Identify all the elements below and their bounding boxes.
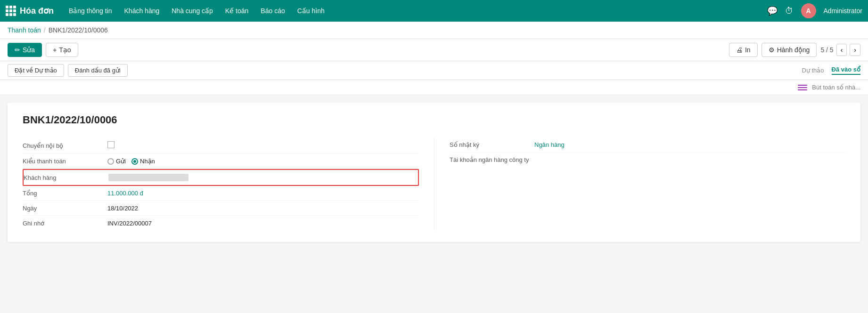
radio-receive-label: Nhận [140, 158, 155, 165]
pagination: 5 / 5 ‹ › [820, 44, 860, 56]
radio-receive-circle[interactable] [131, 158, 138, 165]
radio-receive[interactable]: Nhận [131, 158, 155, 165]
radio-send-circle[interactable] [107, 158, 114, 165]
help-icon-button[interactable]: ⏱ [785, 6, 794, 16]
internal-transfer-value [107, 141, 419, 150]
internal-transfer-row: Chuyển nội bộ [23, 137, 419, 154]
total-row: Tổng 11.000.000 đ [23, 186, 419, 201]
form-card: BNK1/2022/10/0006 Chuyển nội bộ Kiểu tha… [8, 103, 860, 242]
form-title: BNK1/2022/10/0006 [23, 114, 845, 126]
bank-account-row: Tài khoản ngân hàng công ty [450, 152, 845, 167]
menu-item-ke-toan[interactable]: Kế toán [220, 4, 254, 17]
prev-button[interactable]: ‹ [836, 44, 847, 56]
hamburger-icon[interactable] [798, 85, 807, 90]
print-label: In [745, 46, 751, 54]
journal-value[interactable]: Ngân hàng [534, 141, 845, 148]
form-right: Số nhật ký Ngân hàng Tài khoản ngân hàng… [434, 137, 845, 231]
content-area: Bút toán số nhà... BNK1/2022/10/0006 Chu… [0, 80, 868, 268]
avatar[interactable]: A [801, 3, 816, 18]
bank-account-label: Tài khoản ngân hàng công ty [450, 156, 534, 163]
action-label: Hành động [777, 46, 810, 54]
payment-type-value: Gửi Nhận [107, 158, 419, 165]
gear-icon: ⚙ [769, 46, 775, 54]
set-draft-button[interactable]: Đặt về Dự thảo [8, 64, 64, 77]
app-logo[interactable]: Hóa đơn [6, 6, 54, 16]
menu-item-bang-thong-tin[interactable]: Bảng thông tin [63, 4, 118, 17]
journal-bar: Bút toán số nhà... [0, 80, 868, 95]
radio-send[interactable]: Gửi [107, 158, 126, 165]
breadcrumb-current: BNK1/2022/10/0006 [49, 26, 108, 34]
customer-blurred [108, 174, 188, 181]
journal-label: Số nhật ký [450, 141, 534, 148]
next-button[interactable]: › [850, 44, 860, 56]
chat-icon-button[interactable]: 💬 [767, 6, 778, 16]
plus-icon: + [53, 46, 57, 54]
customer-label: Khách hàng [24, 174, 108, 181]
internal-transfer-checkbox[interactable] [107, 141, 115, 148]
journal-bar-text: Bút toán số nhà... [812, 84, 860, 91]
nav-right: 💬 ⏱ A Administrator [767, 3, 862, 18]
internal-transfer-label: Chuyển nội bộ [23, 142, 107, 149]
breadcrumb-separator: / [44, 26, 46, 34]
mark-sent-button[interactable]: Đánh dấu đã gửi [68, 64, 128, 77]
customer-value[interactable] [108, 174, 418, 181]
total-label: Tổng [23, 190, 107, 197]
form-grid: Chuyển nội bộ Kiểu thanh toán Gửi [23, 137, 845, 231]
date-row: Ngày 18/10/2022 [23, 201, 419, 216]
total-value[interactable]: 11.000.000 đ [107, 190, 419, 197]
create-button[interactable]: + Tạo [46, 43, 78, 57]
date-label: Ngày [23, 205, 107, 212]
status-bar: Đặt về Dự thảo Đánh dấu đã gửi Dự thảo Đ… [0, 61, 868, 80]
draft-status: Dự thảo [802, 67, 824, 74]
customer-row: Khách hàng [23, 169, 419, 186]
edit-label: Sửa [23, 46, 35, 54]
radio-send-label: Gửi [116, 158, 126, 165]
memo-value: INV/2022/00007 [107, 220, 419, 227]
grid-icon [6, 6, 16, 16]
payment-type-label: Kiểu thanh toán [23, 158, 107, 165]
pagination-text: 5 / 5 [820, 46, 833, 54]
print-button[interactable]: 🖨 In [729, 43, 758, 57]
toolbar: ✏ Sửa + Tạo 🖨 In ⚙ Hành động 5 / 5 ‹ › [0, 39, 868, 61]
active-status: Đã vào sổ [832, 66, 860, 75]
memo-row: Ghi nhớ INV/2022/00007 [23, 216, 419, 231]
user-name: Administrator [824, 7, 862, 15]
print-icon: 🖨 [736, 46, 743, 54]
payment-type-row: Kiểu thanh toán Gửi Nhận [23, 154, 419, 169]
memo-label: Ghi nhớ [23, 220, 107, 227]
edit-icon: ✏ [15, 46, 20, 54]
main-menu: Bảng thông tin Khách hàng Nhà cung cấp K… [63, 4, 765, 17]
menu-item-nha-cung-cap[interactable]: Nhà cung cấp [166, 4, 219, 17]
menu-item-khach-hang[interactable]: Khách hàng [119, 4, 165, 17]
app-title: Hóa đơn [20, 6, 54, 16]
menu-item-bao-cao[interactable]: Báo cáo [255, 4, 290, 17]
status-indicators: Dự thảo Đã vào sổ [802, 66, 860, 75]
edit-button[interactable]: ✏ Sửa [8, 43, 42, 57]
date-value: 18/10/2022 [107, 205, 419, 212]
breadcrumb: Thanh toán / BNK1/2022/10/0006 [0, 22, 868, 39]
form-left: Chuyển nội bộ Kiểu thanh toán Gửi [23, 137, 434, 231]
action-button[interactable]: ⚙ Hành động [762, 43, 817, 57]
breadcrumb-parent[interactable]: Thanh toán [8, 26, 41, 34]
menu-item-cau-hinh[interactable]: Cấu hình [292, 4, 330, 17]
top-navigation: Hóa đơn Bảng thông tin Khách hàng Nhà cu… [0, 0, 868, 22]
journal-row: Số nhật ký Ngân hàng [450, 137, 845, 152]
create-label: Tạo [59, 46, 71, 54]
